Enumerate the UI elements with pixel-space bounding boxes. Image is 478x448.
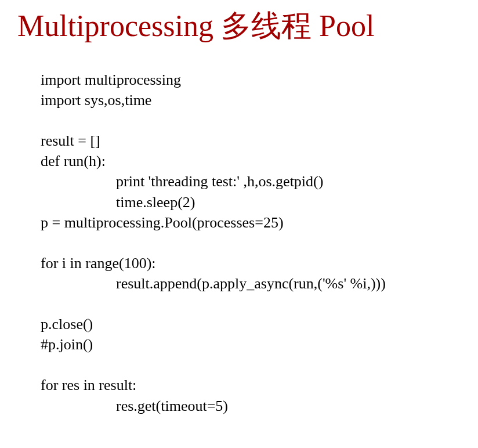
slide-title: Multiprocessing 多线程 Pool (17, 6, 461, 46)
code-block: import multiprocessing import sys,os,tim… (17, 70, 461, 416)
code-line: def run(h): (41, 151, 461, 171)
code-line: result.append(p.apply_async(run,('%s' %i… (41, 273, 461, 294)
code-line: import multiprocessing (41, 70, 461, 90)
blank-line (41, 110, 461, 131)
code-line: for i in range(100): (41, 253, 461, 273)
blank-line (41, 294, 461, 314)
code-line: result = [] (41, 131, 461, 151)
code-line: res.get(timeout=5) (41, 396, 461, 416)
blank-line (41, 233, 461, 253)
code-line: import sys,os,time (41, 90, 461, 110)
code-line: p = multiprocessing.Pool(processes=25) (41, 212, 461, 233)
blank-line (41, 355, 461, 375)
code-line: p.close() (41, 314, 461, 334)
code-line: #p.join() (41, 334, 461, 355)
code-line: for res in result: (41, 375, 461, 395)
code-line: print 'threading test:' ,h,os.getpid() (41, 171, 461, 192)
slide-container: Multiprocessing 多线程 Pool import multipro… (0, 0, 478, 448)
code-line: time.sleep(2) (41, 192, 461, 212)
